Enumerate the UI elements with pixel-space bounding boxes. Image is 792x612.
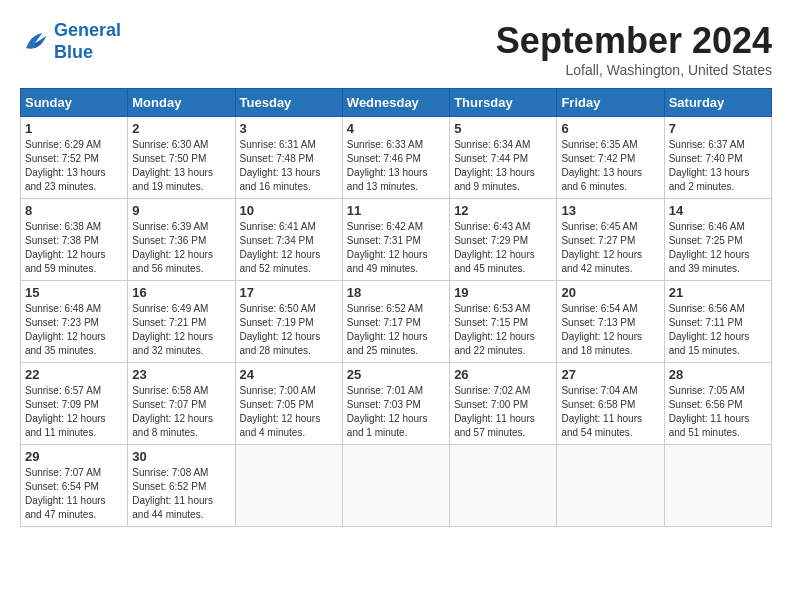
day-info: Sunrise: 6:53 AMSunset: 7:15 PMDaylight:… — [454, 302, 552, 358]
day-info: Sunrise: 6:35 AMSunset: 7:42 PMDaylight:… — [561, 138, 659, 194]
day-number: 15 — [25, 285, 123, 300]
day-info: Sunrise: 6:42 AMSunset: 7:31 PMDaylight:… — [347, 220, 445, 276]
day-info: Sunrise: 6:57 AMSunset: 7:09 PMDaylight:… — [25, 384, 123, 440]
calendar-cell: 6Sunrise: 6:35 AMSunset: 7:42 PMDaylight… — [557, 117, 664, 199]
calendar-cell: 23Sunrise: 6:58 AMSunset: 7:07 PMDayligh… — [128, 363, 235, 445]
day-info: Sunrise: 7:07 AMSunset: 6:54 PMDaylight:… — [25, 466, 123, 522]
calendar-cell — [557, 445, 664, 527]
day-number: 7 — [669, 121, 767, 136]
day-header-monday: Monday — [128, 89, 235, 117]
calendar-cell: 9Sunrise: 6:39 AMSunset: 7:36 PMDaylight… — [128, 199, 235, 281]
day-header-wednesday: Wednesday — [342, 89, 449, 117]
calendar-cell: 3Sunrise: 6:31 AMSunset: 7:48 PMDaylight… — [235, 117, 342, 199]
day-number: 13 — [561, 203, 659, 218]
day-number: 12 — [454, 203, 552, 218]
day-info: Sunrise: 6:33 AMSunset: 7:46 PMDaylight:… — [347, 138, 445, 194]
day-info: Sunrise: 6:49 AMSunset: 7:21 PMDaylight:… — [132, 302, 230, 358]
calendar-cell: 24Sunrise: 7:00 AMSunset: 7:05 PMDayligh… — [235, 363, 342, 445]
day-info: Sunrise: 6:48 AMSunset: 7:23 PMDaylight:… — [25, 302, 123, 358]
calendar-cell: 17Sunrise: 6:50 AMSunset: 7:19 PMDayligh… — [235, 281, 342, 363]
calendar-cell: 13Sunrise: 6:45 AMSunset: 7:27 PMDayligh… — [557, 199, 664, 281]
day-number: 4 — [347, 121, 445, 136]
day-header-tuesday: Tuesday — [235, 89, 342, 117]
calendar-week-4: 22Sunrise: 6:57 AMSunset: 7:09 PMDayligh… — [21, 363, 772, 445]
calendar-cell: 28Sunrise: 7:05 AMSunset: 6:56 PMDayligh… — [664, 363, 771, 445]
day-info: Sunrise: 6:39 AMSunset: 7:36 PMDaylight:… — [132, 220, 230, 276]
calendar-cell: 10Sunrise: 6:41 AMSunset: 7:34 PMDayligh… — [235, 199, 342, 281]
day-header-saturday: Saturday — [664, 89, 771, 117]
calendar-cell — [450, 445, 557, 527]
day-info: Sunrise: 6:52 AMSunset: 7:17 PMDaylight:… — [347, 302, 445, 358]
day-number: 16 — [132, 285, 230, 300]
day-number: 10 — [240, 203, 338, 218]
logo-icon — [20, 27, 50, 57]
day-header-sunday: Sunday — [21, 89, 128, 117]
day-number: 30 — [132, 449, 230, 464]
calendar-cell — [235, 445, 342, 527]
calendar-cell: 1Sunrise: 6:29 AMSunset: 7:52 PMDaylight… — [21, 117, 128, 199]
day-info: Sunrise: 7:01 AMSunset: 7:03 PMDaylight:… — [347, 384, 445, 440]
day-info: Sunrise: 6:41 AMSunset: 7:34 PMDaylight:… — [240, 220, 338, 276]
day-number: 18 — [347, 285, 445, 300]
calendar-cell: 4Sunrise: 6:33 AMSunset: 7:46 PMDaylight… — [342, 117, 449, 199]
day-number: 14 — [669, 203, 767, 218]
day-number: 6 — [561, 121, 659, 136]
day-info: Sunrise: 6:37 AMSunset: 7:40 PMDaylight:… — [669, 138, 767, 194]
calendar-cell: 21Sunrise: 6:56 AMSunset: 7:11 PMDayligh… — [664, 281, 771, 363]
day-number: 5 — [454, 121, 552, 136]
calendar-cell: 12Sunrise: 6:43 AMSunset: 7:29 PMDayligh… — [450, 199, 557, 281]
calendar-week-5: 29Sunrise: 7:07 AMSunset: 6:54 PMDayligh… — [21, 445, 772, 527]
calendar-cell: 26Sunrise: 7:02 AMSunset: 7:00 PMDayligh… — [450, 363, 557, 445]
day-number: 20 — [561, 285, 659, 300]
day-number: 29 — [25, 449, 123, 464]
day-info: Sunrise: 7:02 AMSunset: 7:00 PMDaylight:… — [454, 384, 552, 440]
day-number: 27 — [561, 367, 659, 382]
calendar-cell: 14Sunrise: 6:46 AMSunset: 7:25 PMDayligh… — [664, 199, 771, 281]
day-info: Sunrise: 7:05 AMSunset: 6:56 PMDaylight:… — [669, 384, 767, 440]
day-info: Sunrise: 6:34 AMSunset: 7:44 PMDaylight:… — [454, 138, 552, 194]
calendar-cell: 20Sunrise: 6:54 AMSunset: 7:13 PMDayligh… — [557, 281, 664, 363]
day-info: Sunrise: 6:46 AMSunset: 7:25 PMDaylight:… — [669, 220, 767, 276]
day-header-thursday: Thursday — [450, 89, 557, 117]
day-number: 22 — [25, 367, 123, 382]
day-number: 25 — [347, 367, 445, 382]
calendar-week-1: 1Sunrise: 6:29 AMSunset: 7:52 PMDaylight… — [21, 117, 772, 199]
day-header-friday: Friday — [557, 89, 664, 117]
day-number: 17 — [240, 285, 338, 300]
calendar-week-2: 8Sunrise: 6:38 AMSunset: 7:38 PMDaylight… — [21, 199, 772, 281]
calendar-cell: 5Sunrise: 6:34 AMSunset: 7:44 PMDaylight… — [450, 117, 557, 199]
calendar-cell: 25Sunrise: 7:01 AMSunset: 7:03 PMDayligh… — [342, 363, 449, 445]
day-info: Sunrise: 6:56 AMSunset: 7:11 PMDaylight:… — [669, 302, 767, 358]
calendar-cell: 15Sunrise: 6:48 AMSunset: 7:23 PMDayligh… — [21, 281, 128, 363]
day-number: 3 — [240, 121, 338, 136]
day-info: Sunrise: 6:58 AMSunset: 7:07 PMDaylight:… — [132, 384, 230, 440]
calendar-cell: 30Sunrise: 7:08 AMSunset: 6:52 PMDayligh… — [128, 445, 235, 527]
day-info: Sunrise: 7:00 AMSunset: 7:05 PMDaylight:… — [240, 384, 338, 440]
calendar-cell: 2Sunrise: 6:30 AMSunset: 7:50 PMDaylight… — [128, 117, 235, 199]
logo-text: General Blue — [54, 20, 121, 63]
day-number: 9 — [132, 203, 230, 218]
calendar-cell: 8Sunrise: 6:38 AMSunset: 7:38 PMDaylight… — [21, 199, 128, 281]
calendar-cell: 27Sunrise: 7:04 AMSunset: 6:58 PMDayligh… — [557, 363, 664, 445]
calendar-cell: 22Sunrise: 6:57 AMSunset: 7:09 PMDayligh… — [21, 363, 128, 445]
day-number: 2 — [132, 121, 230, 136]
location: Lofall, Washington, United States — [496, 62, 772, 78]
day-info: Sunrise: 6:38 AMSunset: 7:38 PMDaylight:… — [25, 220, 123, 276]
calendar-cell: 18Sunrise: 6:52 AMSunset: 7:17 PMDayligh… — [342, 281, 449, 363]
day-info: Sunrise: 6:45 AMSunset: 7:27 PMDaylight:… — [561, 220, 659, 276]
day-number: 11 — [347, 203, 445, 218]
day-number: 1 — [25, 121, 123, 136]
day-number: 24 — [240, 367, 338, 382]
calendar-table: SundayMondayTuesdayWednesdayThursdayFrid… — [20, 88, 772, 527]
title-block: September 2024 Lofall, Washington, Unite… — [496, 20, 772, 78]
calendar-cell — [342, 445, 449, 527]
month-title: September 2024 — [496, 20, 772, 62]
day-number: 19 — [454, 285, 552, 300]
calendar-cell: 11Sunrise: 6:42 AMSunset: 7:31 PMDayligh… — [342, 199, 449, 281]
day-info: Sunrise: 6:31 AMSunset: 7:48 PMDaylight:… — [240, 138, 338, 194]
day-number: 23 — [132, 367, 230, 382]
day-number: 21 — [669, 285, 767, 300]
day-number: 26 — [454, 367, 552, 382]
day-info: Sunrise: 6:29 AMSunset: 7:52 PMDaylight:… — [25, 138, 123, 194]
day-number: 8 — [25, 203, 123, 218]
